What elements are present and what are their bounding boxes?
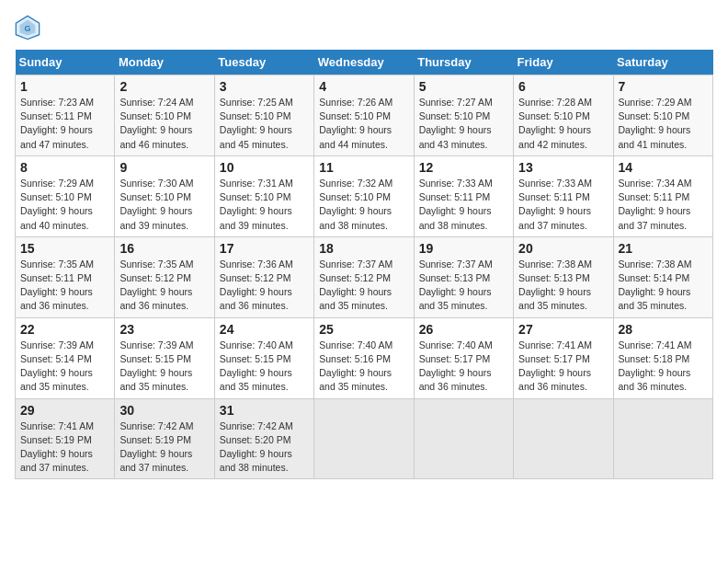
- day-detail: Sunrise: 7:39 AMSunset: 5:14 PMDaylight:…: [20, 339, 109, 395]
- day-number: 16: [119, 241, 209, 256]
- calendar-cell: 15Sunrise: 7:35 AMSunset: 5:11 PMDayligh…: [16, 236, 115, 317]
- calendar-cell: 28Sunrise: 7:41 AMSunset: 5:18 PMDayligh…: [613, 317, 712, 398]
- day-of-week-header: Monday: [115, 50, 214, 75]
- day-detail: Sunrise: 7:29 AMSunset: 5:10 PMDaylight:…: [20, 177, 109, 233]
- calendar-cell: 9Sunrise: 7:30 AMSunset: 5:10 PMDaylight…: [115, 155, 214, 236]
- day-number: 4: [319, 79, 408, 94]
- day-number: 10: [220, 160, 309, 175]
- calendar-cell: 19Sunrise: 7:37 AMSunset: 5:13 PMDayligh…: [414, 236, 513, 317]
- calendar-cell: 21Sunrise: 7:38 AMSunset: 5:14 PMDayligh…: [613, 236, 712, 317]
- day-number: 11: [319, 160, 408, 175]
- calendar-cell: 29Sunrise: 7:41 AMSunset: 5:19 PMDayligh…: [16, 398, 115, 479]
- day-number: 29: [20, 403, 109, 418]
- calendar-cell: 23Sunrise: 7:39 AMSunset: 5:15 PMDayligh…: [115, 317, 214, 398]
- day-of-week-header: Wednesday: [314, 50, 414, 75]
- logo: G: [15, 15, 44, 40]
- calendar-cell: 13Sunrise: 7:33 AMSunset: 5:11 PMDayligh…: [514, 155, 613, 236]
- calendar-cell: [414, 398, 513, 479]
- day-detail: Sunrise: 7:32 AMSunset: 5:10 PMDaylight:…: [319, 177, 408, 233]
- calendar-table: SundayMondayTuesdayWednesdayThursdayFrid…: [15, 50, 713, 479]
- day-number: 1: [20, 79, 109, 94]
- calendar-cell: 10Sunrise: 7:31 AMSunset: 5:10 PMDayligh…: [214, 155, 313, 236]
- page-header: G: [15, 15, 713, 40]
- day-number: 26: [419, 322, 508, 337]
- day-detail: Sunrise: 7:23 AMSunset: 5:11 PMDaylight:…: [20, 96, 109, 152]
- calendar-cell: [514, 398, 613, 479]
- day-detail: Sunrise: 7:39 AMSunset: 5:15 PMDaylight:…: [119, 339, 209, 395]
- day-detail: Sunrise: 7:26 AMSunset: 5:10 PMDaylight:…: [319, 96, 408, 152]
- calendar-cell: [314, 398, 414, 479]
- day-number: 20: [518, 241, 608, 256]
- day-detail: Sunrise: 7:41 AMSunset: 5:19 PMDaylight:…: [20, 419, 109, 476]
- day-detail: Sunrise: 7:30 AMSunset: 5:10 PMDaylight:…: [119, 177, 209, 233]
- day-detail: Sunrise: 7:24 AMSunset: 5:10 PMDaylight:…: [119, 96, 209, 152]
- day-detail: Sunrise: 7:41 AMSunset: 5:18 PMDaylight:…: [619, 339, 708, 395]
- day-detail: Sunrise: 7:40 AMSunset: 5:15 PMDaylight:…: [220, 339, 309, 395]
- calendar-cell: 27Sunrise: 7:41 AMSunset: 5:17 PMDayligh…: [514, 317, 613, 398]
- day-number: 13: [518, 160, 608, 175]
- day-detail: Sunrise: 7:42 AMSunset: 5:19 PMDaylight:…: [119, 419, 209, 476]
- day-number: 8: [20, 160, 109, 175]
- day-detail: Sunrise: 7:40 AMSunset: 5:16 PMDaylight:…: [319, 339, 408, 395]
- day-detail: Sunrise: 7:37 AMSunset: 5:12 PMDaylight:…: [319, 258, 408, 314]
- calendar-cell: 20Sunrise: 7:38 AMSunset: 5:13 PMDayligh…: [514, 236, 613, 317]
- calendar-week-row: 22Sunrise: 7:39 AMSunset: 5:14 PMDayligh…: [16, 317, 713, 398]
- day-number: 15: [20, 241, 109, 256]
- calendar-cell: 4Sunrise: 7:26 AMSunset: 5:10 PMDaylight…: [314, 75, 414, 156]
- day-detail: Sunrise: 7:38 AMSunset: 5:14 PMDaylight:…: [619, 258, 708, 314]
- day-detail: Sunrise: 7:27 AMSunset: 5:10 PMDaylight:…: [419, 96, 508, 152]
- calendar-week-row: 8Sunrise: 7:29 AMSunset: 5:10 PMDaylight…: [16, 155, 713, 236]
- day-number: 12: [419, 160, 508, 175]
- day-number: 27: [518, 322, 608, 337]
- day-detail: Sunrise: 7:42 AMSunset: 5:20 PMDaylight:…: [220, 419, 309, 476]
- calendar-week-row: 1Sunrise: 7:23 AMSunset: 5:11 PMDaylight…: [16, 75, 713, 156]
- calendar-cell: 12Sunrise: 7:33 AMSunset: 5:11 PMDayligh…: [414, 155, 513, 236]
- day-detail: Sunrise: 7:35 AMSunset: 5:11 PMDaylight:…: [20, 258, 109, 314]
- calendar-cell: 31Sunrise: 7:42 AMSunset: 5:20 PMDayligh…: [214, 398, 313, 479]
- calendar-week-row: 29Sunrise: 7:41 AMSunset: 5:19 PMDayligh…: [16, 398, 713, 479]
- calendar-cell: 17Sunrise: 7:36 AMSunset: 5:12 PMDayligh…: [214, 236, 313, 317]
- day-number: 23: [119, 322, 209, 337]
- day-number: 14: [619, 160, 708, 175]
- day-detail: Sunrise: 7:37 AMSunset: 5:13 PMDaylight:…: [419, 258, 508, 314]
- calendar-cell: 30Sunrise: 7:42 AMSunset: 5:19 PMDayligh…: [115, 398, 214, 479]
- day-number: 25: [319, 322, 408, 337]
- day-detail: Sunrise: 7:34 AMSunset: 5:11 PMDaylight:…: [619, 177, 708, 233]
- day-of-week-header: Tuesday: [214, 50, 313, 75]
- calendar-cell: 18Sunrise: 7:37 AMSunset: 5:12 PMDayligh…: [314, 236, 414, 317]
- day-number: 9: [119, 160, 209, 175]
- day-of-week-header: Saturday: [613, 50, 712, 75]
- day-number: 30: [119, 403, 209, 418]
- day-number: 22: [20, 322, 109, 337]
- calendar-cell: 22Sunrise: 7:39 AMSunset: 5:14 PMDayligh…: [16, 317, 115, 398]
- day-number: 19: [419, 241, 508, 256]
- calendar-cell: 8Sunrise: 7:29 AMSunset: 5:10 PMDaylight…: [16, 155, 115, 236]
- day-number: 7: [619, 79, 708, 94]
- calendar-cell: 14Sunrise: 7:34 AMSunset: 5:11 PMDayligh…: [613, 155, 712, 236]
- day-detail: Sunrise: 7:28 AMSunset: 5:10 PMDaylight:…: [518, 96, 608, 152]
- calendar-cell: 1Sunrise: 7:23 AMSunset: 5:11 PMDaylight…: [16, 75, 115, 156]
- day-detail: Sunrise: 7:25 AMSunset: 5:10 PMDaylight:…: [220, 96, 309, 152]
- calendar-cell: 5Sunrise: 7:27 AMSunset: 5:10 PMDaylight…: [414, 75, 513, 156]
- calendar-cell: 2Sunrise: 7:24 AMSunset: 5:10 PMDaylight…: [115, 75, 214, 156]
- day-of-week-header: Friday: [514, 50, 613, 75]
- day-number: 17: [220, 241, 309, 256]
- day-detail: Sunrise: 7:31 AMSunset: 5:10 PMDaylight:…: [220, 177, 309, 233]
- day-detail: Sunrise: 7:36 AMSunset: 5:12 PMDaylight:…: [220, 258, 309, 314]
- day-number: 5: [419, 79, 508, 94]
- logo-icon: G: [15, 15, 40, 40]
- day-detail: Sunrise: 7:33 AMSunset: 5:11 PMDaylight:…: [518, 177, 608, 233]
- calendar-cell: 11Sunrise: 7:32 AMSunset: 5:10 PMDayligh…: [314, 155, 414, 236]
- day-of-week-header: Thursday: [414, 50, 513, 75]
- calendar-cell: 7Sunrise: 7:29 AMSunset: 5:10 PMDaylight…: [613, 75, 712, 156]
- calendar-week-row: 15Sunrise: 7:35 AMSunset: 5:11 PMDayligh…: [16, 236, 713, 317]
- day-number: 6: [518, 79, 608, 94]
- day-detail: Sunrise: 7:35 AMSunset: 5:12 PMDaylight:…: [119, 258, 209, 314]
- calendar-cell: [613, 398, 712, 479]
- calendar-cell: 25Sunrise: 7:40 AMSunset: 5:16 PMDayligh…: [314, 317, 414, 398]
- day-number: 24: [220, 322, 309, 337]
- svg-text:G: G: [24, 24, 30, 33]
- calendar-cell: 16Sunrise: 7:35 AMSunset: 5:12 PMDayligh…: [115, 236, 214, 317]
- day-detail: Sunrise: 7:38 AMSunset: 5:13 PMDaylight:…: [518, 258, 608, 314]
- day-number: 3: [220, 79, 309, 94]
